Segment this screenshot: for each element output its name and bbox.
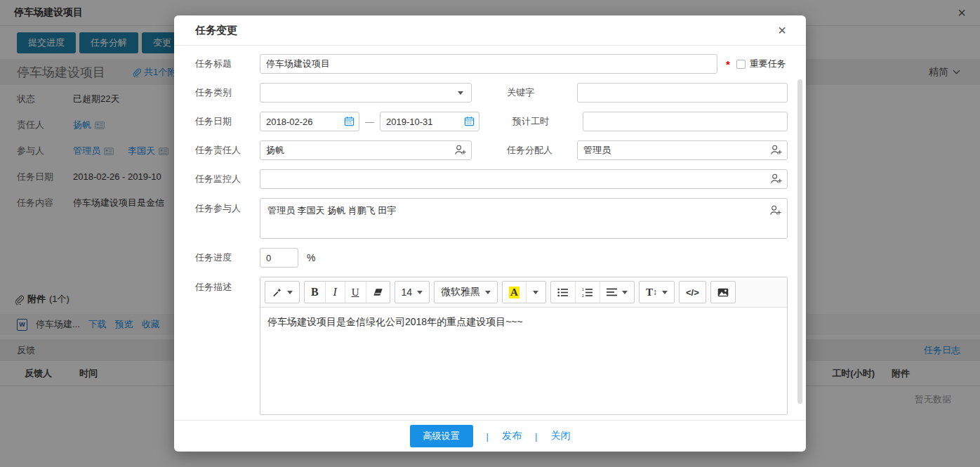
publish-button[interactable]: 发布 bbox=[502, 430, 522, 442]
modal-footer: 高级设置 | 发布 | 关闭 bbox=[174, 420, 806, 452]
task-category-input[interactable] bbox=[260, 83, 472, 103]
footer-separator: | bbox=[486, 431, 489, 442]
person-add-icon[interactable] bbox=[769, 204, 781, 216]
calendar-icon[interactable] bbox=[464, 116, 475, 126]
modal-body: 任务标题 * 重要任务 任务类别 关键字 任务日期 — bbox=[174, 46, 806, 420]
estimate-hours-input[interactable] bbox=[583, 112, 788, 131]
dropdown-caret-icon bbox=[485, 291, 491, 294]
ordered-list-button[interactable]: 12 bbox=[575, 282, 600, 303]
font-color-icon: A bbox=[509, 287, 519, 298]
modal-header: 任务变更 × bbox=[174, 15, 806, 46]
dropdown-caret-icon bbox=[287, 291, 293, 294]
progress-unit: % bbox=[307, 252, 315, 263]
underline-button[interactable]: U bbox=[345, 282, 366, 303]
dropdown-caret-icon bbox=[417, 291, 423, 294]
close-button[interactable]: 关闭 bbox=[550, 430, 570, 442]
editor-toolbar: B I U 14 微软雅黑 A bbox=[260, 277, 787, 308]
font-family-select[interactable]: 微软雅黑 bbox=[435, 282, 497, 303]
advanced-settings-button[interactable]: 高级设置 bbox=[410, 425, 473, 447]
code-view-button[interactable]: </> bbox=[680, 282, 706, 303]
owner-assigner-row: 任务责任人 任务分配人 bbox=[195, 140, 788, 160]
participants-row: 任务参与人 管理员 李国天 扬帆 肖鹏飞 田宇 bbox=[195, 198, 788, 239]
task-monitor-input[interactable] bbox=[260, 169, 788, 189]
unordered-list-button[interactable] bbox=[551, 282, 575, 303]
date-range-separator: — bbox=[365, 117, 374, 127]
category-keyword-row: 任务类别 关键字 bbox=[195, 83, 788, 103]
end-date-field[interactable] bbox=[380, 112, 479, 131]
modal-close-icon[interactable]: × bbox=[778, 23, 786, 37]
person-add-icon[interactable] bbox=[770, 173, 782, 184]
svg-text:1: 1 bbox=[582, 288, 584, 291]
task-owner-input[interactable] bbox=[260, 140, 472, 160]
eraser-icon bbox=[373, 288, 383, 296]
svg-text:2: 2 bbox=[582, 293, 584, 297]
task-change-modal: 任务变更 × 任务标题 * 重要任务 任务类别 关键字 任务日期 bbox=[174, 15, 806, 452]
date-estimate-row: 任务日期 — 预计工时 bbox=[195, 112, 788, 131]
bullet-list-icon bbox=[557, 288, 569, 297]
editor-content[interactable]: 停车场建设项目是金信绿化公司2018年的重点建设项目~~~ bbox=[260, 308, 787, 414]
dropdown-caret-icon bbox=[622, 291, 628, 294]
description-row: 任务描述 B I U 14 bbox=[195, 277, 788, 415]
task-title-row: 任务标题 * 重要任务 bbox=[195, 54, 788, 74]
font-color-button[interactable]: A bbox=[503, 282, 526, 303]
keyword-input[interactable] bbox=[577, 83, 788, 103]
select-caret-icon bbox=[458, 91, 463, 95]
font-size-select[interactable]: 14 bbox=[395, 282, 430, 303]
required-mark: * bbox=[726, 58, 730, 70]
important-task-checkbox[interactable] bbox=[736, 60, 746, 69]
dropdown-caret-icon bbox=[533, 291, 538, 294]
modal-scrollbar[interactable] bbox=[797, 79, 802, 404]
modal-title: 任务变更 bbox=[195, 24, 237, 37]
bold-button[interactable]: B bbox=[305, 282, 325, 303]
monitor-row: 任务监控人 bbox=[195, 169, 788, 189]
task-participants-box[interactable]: 管理员 李国天 扬帆 肖鹏飞 田宇 bbox=[260, 198, 788, 239]
task-assigner-field[interactable] bbox=[577, 140, 788, 160]
task-title-input[interactable] bbox=[260, 54, 717, 74]
ordered-list-icon: 12 bbox=[582, 288, 593, 297]
font-color-dropdown[interactable] bbox=[526, 282, 545, 303]
person-add-icon[interactable] bbox=[454, 144, 466, 155]
calendar-icon[interactable] bbox=[344, 116, 355, 126]
format-brush-button[interactable] bbox=[265, 282, 299, 303]
important-task-label: 重要任务 bbox=[750, 58, 786, 70]
insert-image-button[interactable] bbox=[711, 282, 735, 303]
dropdown-caret-icon bbox=[662, 291, 668, 294]
progress-input[interactable] bbox=[260, 248, 298, 268]
task-assigner-input[interactable] bbox=[577, 140, 788, 160]
person-add-icon[interactable] bbox=[770, 144, 782, 155]
progress-row: 任务进度 % bbox=[195, 248, 788, 268]
task-monitor-field[interactable] bbox=[260, 169, 788, 189]
task-owner-field[interactable] bbox=[260, 140, 472, 160]
line-height-icon: T bbox=[646, 287, 653, 298]
task-category-select[interactable] bbox=[260, 83, 472, 103]
line-height-button[interactable]: T ↕ bbox=[640, 282, 674, 303]
align-button[interactable] bbox=[600, 282, 634, 303]
image-icon bbox=[717, 288, 729, 297]
magic-wand-icon bbox=[272, 287, 282, 298]
footer-separator: | bbox=[535, 431, 537, 442]
italic-button[interactable]: I bbox=[325, 282, 345, 303]
align-icon bbox=[607, 288, 617, 296]
task-participants-value: 管理员 李国天 扬帆 肖鹏飞 田宇 bbox=[267, 205, 396, 216]
start-date-field[interactable] bbox=[260, 112, 359, 131]
rich-text-editor: B I U 14 微软雅黑 A bbox=[260, 277, 788, 415]
eraser-button[interactable] bbox=[366, 282, 390, 303]
